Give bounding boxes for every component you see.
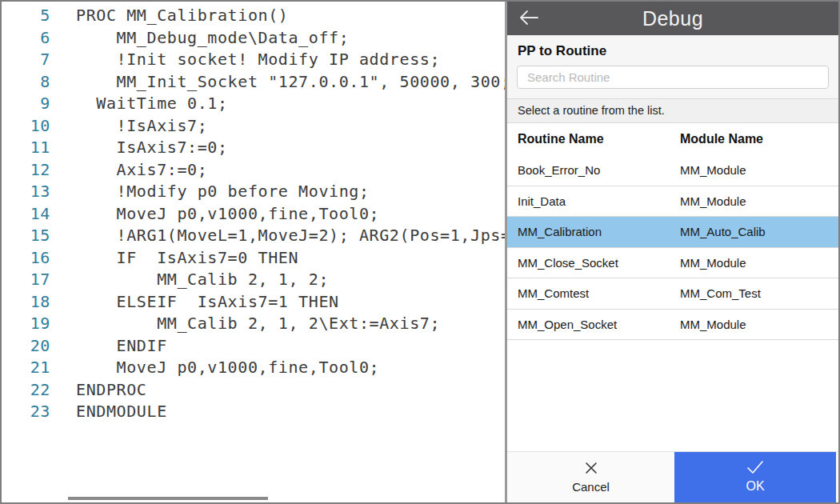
line-text: IsAxis7:=0; xyxy=(50,137,228,159)
line-number: 18 xyxy=(2,291,50,314)
code-lines: 5 PROC MM_Calibration() 6 MM_Debug_mode\… xyxy=(2,5,505,423)
column-header-module-name: Module Name xyxy=(680,132,838,146)
code-line[interactable]: 21 MoveJ p0,v1000,fine,Tool0; xyxy=(2,357,505,379)
module-name-cell: MM_Module xyxy=(680,163,838,177)
module-name-cell: MM_Auto_Calib xyxy=(680,225,838,238)
footer-bar: Cancel OK xyxy=(507,451,838,502)
cancel-button[interactable]: Cancel xyxy=(507,452,674,502)
routine-name-cell: MM_Comtest xyxy=(507,286,680,300)
line-number: 15 xyxy=(2,225,50,247)
line-number: 23 xyxy=(2,401,50,423)
line-number: 17 xyxy=(2,269,50,291)
module-name-cell: MM_Module xyxy=(680,194,838,208)
line-number: 21 xyxy=(2,357,50,379)
line-number: 9 xyxy=(2,93,50,115)
code-line[interactable]: 8 MM_Init_Socket "127.0.0.1", 50000, 300… xyxy=(2,71,505,94)
line-text: ENDMODULE xyxy=(50,401,167,423)
code-line[interactable]: 19 MM_Calib 2, 1, 2\Ext:=Axis7; xyxy=(2,313,505,335)
code-line[interactable]: 9 WaitTime 0.1; xyxy=(2,93,505,115)
code-line[interactable]: 15 !ARG1(MoveL=1,MoveJ=2); ARG2(Pos=1,Jp… xyxy=(2,225,505,247)
routine-name-cell: MM_Close_Socket xyxy=(507,256,680,270)
line-number: 11 xyxy=(2,137,50,159)
routine-row[interactable]: Init_Data MM_Module xyxy=(507,186,838,218)
app-window: 5 PROC MM_Calibration() 6 MM_Debug_mode\… xyxy=(0,0,840,504)
line-number: 13 xyxy=(2,181,50,203)
module-name-cell: MM_Module xyxy=(680,318,838,331)
ok-button[interactable]: OK xyxy=(674,452,836,502)
line-number: 8 xyxy=(2,71,50,94)
line-number: 7 xyxy=(2,49,50,71)
close-icon xyxy=(585,462,598,477)
cancel-label: Cancel xyxy=(572,480,610,494)
section-label: PP to Routine xyxy=(518,43,829,59)
code-editor-pane[interactable]: 5 PROC MM_Calibration() 6 MM_Debug_mode\… xyxy=(2,2,505,502)
module-name-cell: MM_Module xyxy=(680,256,838,270)
back-arrow-icon xyxy=(518,10,539,28)
code-line[interactable]: 7 !Init socket! Modify IP address; xyxy=(2,49,505,71)
routine-name-cell: Book_Error_No xyxy=(507,163,680,177)
routine-row[interactable]: MM_Calibration MM_Auto_Calib xyxy=(507,217,838,248)
line-text: ELSEIF IsAxis7=1 THEN xyxy=(50,291,339,314)
line-text: MM_Calib 2, 1, 2\Ext:=Axis7; xyxy=(50,313,440,335)
code-line[interactable]: 6 MM_Debug_mode\Data_off; xyxy=(2,27,505,50)
code-line[interactable]: 13 !Modify p0 before Moving; xyxy=(2,181,505,203)
code-line[interactable]: 20 ENDIF xyxy=(2,335,505,358)
routine-name-cell: MM_Calibration xyxy=(507,225,680,238)
debug-panel: Debug PP to Routine Select a routine fro… xyxy=(507,2,838,502)
column-header-routine-name: Routine Name xyxy=(507,132,680,146)
debug-header: Debug xyxy=(507,2,838,35)
line-text: PROC MM_Calibration() xyxy=(50,5,288,27)
table-header-row: Routine Name Module Name xyxy=(507,123,838,155)
line-text: WaitTime 0.1; xyxy=(50,93,228,115)
line-text: !IsAxis7; xyxy=(50,115,207,138)
routine-row[interactable]: MM_Comtest MM_Com_Test xyxy=(507,278,838,310)
panel-title: Debug xyxy=(642,7,703,30)
horizontal-scrollbar-thumb[interactable] xyxy=(68,497,268,500)
line-text: !Init socket! Modify IP address; xyxy=(50,49,440,71)
code-line[interactable]: 23 ENDMODULE xyxy=(2,401,505,423)
line-text: ENDPROC xyxy=(50,379,147,402)
line-text: !Modify p0 before Moving; xyxy=(50,181,370,203)
line-text: IF IsAxis7=0 THEN xyxy=(50,247,298,270)
line-text: MoveJ p0,v1000,fine,Tool0; xyxy=(50,203,379,226)
routine-table: Routine Name Module Name Book_Error_No M… xyxy=(507,123,838,451)
line-number: 10 xyxy=(2,115,50,138)
code-line[interactable]: 11 IsAxis7:=0; xyxy=(2,137,505,159)
line-number: 14 xyxy=(2,203,50,226)
routine-name-cell: Init_Data xyxy=(507,194,680,208)
line-text: MoveJ p0,v1000,fine,Tool0; xyxy=(50,357,379,379)
routine-name-cell: MM_Open_Socket xyxy=(507,318,680,331)
line-text: MM_Init_Socket "127.0.0.1", 50000, 300; xyxy=(50,71,505,94)
instruction-text: Select a routine from the list. xyxy=(507,98,838,123)
line-text: Axis7:=0; xyxy=(50,159,207,182)
module-name-cell: MM_Com_Test xyxy=(680,286,838,300)
table-rows: Book_Error_No MM_Module Init_Data MM_Mod… xyxy=(507,155,838,340)
code-line[interactable]: 18 ELSEIF IsAxis7=1 THEN xyxy=(2,291,505,314)
line-text: ENDIF xyxy=(50,335,167,358)
code-line[interactable]: 22 ENDPROC xyxy=(2,379,505,402)
code-line[interactable]: 16 IF IsAxis7=0 THEN xyxy=(2,247,505,270)
line-number: 12 xyxy=(2,159,50,182)
routine-row[interactable]: MM_Close_Socket MM_Module xyxy=(507,248,838,279)
ok-label: OK xyxy=(746,479,764,494)
line-number: 16 xyxy=(2,247,50,270)
line-number: 20 xyxy=(2,335,50,358)
code-line[interactable]: 10 !IsAxis7; xyxy=(2,115,505,138)
checkmark-icon xyxy=(746,461,764,476)
line-text: !ARG1(MoveL=1,MoveJ=2); ARG2(Pos=1,Jps=2… xyxy=(50,225,505,247)
code-line[interactable]: 14 MoveJ p0,v1000,fine,Tool0; xyxy=(2,203,505,226)
code-line[interactable]: 12 Axis7:=0; xyxy=(2,159,505,182)
line-number: 22 xyxy=(2,379,50,402)
back-button[interactable] xyxy=(517,8,541,29)
line-number: 6 xyxy=(2,27,50,50)
pp-to-routine-section: PP to Routine xyxy=(507,35,838,98)
routine-row[interactable]: MM_Open_Socket MM_Module xyxy=(507,310,838,341)
code-line[interactable]: 17 MM_Calib 2, 1, 2; xyxy=(2,269,505,291)
line-number: 5 xyxy=(2,5,50,27)
line-text: MM_Debug_mode\Data_off; xyxy=(50,27,349,50)
line-text: MM_Calib 2, 1, 2; xyxy=(50,269,329,291)
code-line[interactable]: 5 PROC MM_Calibration() xyxy=(2,5,505,27)
search-routine-input[interactable] xyxy=(517,66,829,89)
routine-row[interactable]: Book_Error_No MM_Module xyxy=(507,155,838,186)
line-number: 19 xyxy=(2,313,50,335)
